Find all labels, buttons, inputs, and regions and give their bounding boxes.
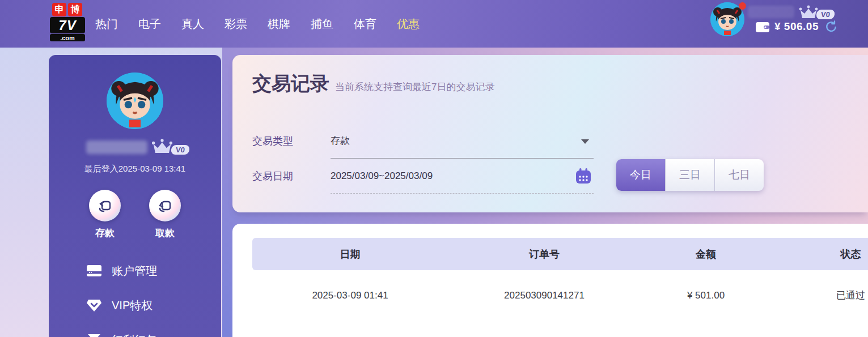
period-today-button[interactable]: 今日 — [616, 159, 665, 191]
vip-level-label: V0 — [171, 145, 190, 155]
cell-date: 2025-03-09 01:41 — [252, 279, 448, 312]
transaction-table-panel: 日期 订单号 金额 状态 2025-03-09 01:41 2025030901… — [232, 224, 868, 337]
vip-badge: V0 — [150, 138, 189, 156]
nav-item-hot[interactable]: 热门 — [95, 16, 118, 32]
refresh-balance-icon[interactable] — [825, 20, 837, 33]
transaction-date-input[interactable]: 2025/03/09~2025/03/09 — [331, 159, 594, 194]
period-7day-button[interactable]: 七日 — [714, 159, 764, 191]
top-navbar: 申 博 7V .com 热门 电子 真人 彩票 棋牌 捕鱼 体育 优惠 — [0, 0, 868, 48]
page-subtitle: 当前系统支持查询最近7日的交易记录 — [335, 80, 494, 93]
deposit-button[interactable]: 存款 — [82, 190, 128, 240]
wallet-row: ¥ 506.05 — [756, 20, 837, 33]
transaction-date-value: 2025/03/09~2025/03/09 — [331, 170, 433, 182]
menu-item-label: 红利红包 — [112, 332, 157, 337]
col-header-date: 日期 — [252, 238, 448, 270]
page-title: 交易记录 — [252, 71, 329, 97]
nav-item-lottery[interactable]: 彩票 — [225, 16, 247, 32]
logo-suffix-text: .com — [50, 34, 85, 41]
menu-item-label: 账户管理 — [112, 263, 157, 279]
main-nav-menu: 热门 电子 真人 彩票 棋牌 捕鱼 体育 优惠 — [95, 0, 420, 48]
logo-badge-2: 博 — [68, 3, 82, 16]
menu-item-label: VIP特权 — [112, 298, 153, 313]
navbar-user-area: V0 ¥ 506.05 — [698, 0, 868, 48]
logo-main-text: 7V — [50, 17, 85, 33]
username-redacted — [86, 140, 147, 154]
nav-item-slots[interactable]: 电子 — [138, 16, 161, 32]
sidebar-item-account-management[interactable]: 账户管理 — [87, 258, 211, 284]
vip-badge: V0 — [797, 5, 835, 20]
transaction-date-row: 交易日期 2025/03/09~2025/03/09 — [252, 159, 615, 194]
notification-dot — [739, 2, 746, 10]
username-redacted — [748, 6, 794, 18]
sidebar-item-bonus-redpacket[interactable]: 红利红包 — [87, 327, 211, 337]
last-login-text: 最后登入2025-03-09 13:41 — [49, 164, 221, 174]
vip-level-label: V0 — [816, 10, 835, 19]
vip-shield-icon — [87, 298, 101, 312]
sidebar-item-vip-privileges[interactable]: VIP特权 — [87, 292, 211, 318]
col-header-amount: 金额 — [641, 238, 771, 270]
nav-item-promotions[interactable]: 优惠 — [397, 16, 420, 32]
table-row: 2025-03-09 01:41 202503090141271 ¥ 501.0… — [252, 279, 868, 312]
nav-item-live[interactable]: 真人 — [181, 16, 204, 32]
withdraw-button[interactable]: 取款 — [142, 190, 188, 240]
transaction-type-select[interactable]: 存款 — [331, 123, 594, 159]
quick-actions: 存款 取款 — [49, 190, 221, 240]
avatar-image — [107, 72, 163, 129]
deposit-icon — [96, 197, 113, 214]
red-packet-icon — [87, 334, 101, 337]
transaction-type-value: 存款 — [331, 134, 350, 147]
col-header-status: 状态 — [771, 238, 868, 270]
chevron-down-icon — [581, 139, 589, 144]
cell-status: 已通过 — [771, 279, 868, 312]
deposit-label: 存款 — [82, 227, 128, 240]
period-3day-button[interactable]: 三日 — [665, 159, 714, 191]
period-button-group: 今日 三日 七日 — [616, 159, 764, 191]
sidebar: V0 最后登入2025-03-09 13:41 存款 取款 — [49, 55, 221, 337]
filter-form: 交易类型 存款 交易日期 2025/03/09~2025/03/09 — [252, 123, 615, 194]
balance-amount: ¥ 506.05 — [774, 20, 819, 33]
calendar-icon[interactable] — [574, 167, 592, 187]
site-logo[interactable]: 申 博 7V .com — [50, 3, 93, 41]
wallet-icon — [756, 21, 770, 33]
nav-item-cards[interactable]: 棋牌 — [268, 16, 290, 32]
crown-icon — [150, 138, 175, 156]
col-header-order-id: 订单号 — [448, 238, 641, 270]
transaction-type-row: 交易类型 存款 — [252, 123, 615, 159]
transaction-filter-panel: 交易记录 当前系统支持查询最近7日的交易记录 交易类型 存款 交易日期 2025… — [232, 55, 868, 212]
withdraw-label: 取款 — [142, 227, 188, 240]
cell-order-id: 202503090141271 — [448, 279, 641, 312]
sidebar-avatar[interactable] — [107, 72, 163, 129]
nav-item-fishing[interactable]: 捕鱼 — [311, 16, 333, 32]
transaction-type-label: 交易类型 — [252, 134, 331, 148]
withdraw-icon — [156, 197, 173, 214]
transaction-table: 日期 订单号 金额 状态 2025-03-09 01:41 2025030901… — [252, 238, 868, 312]
bank-card-icon — [87, 265, 101, 276]
logo-badge-1: 申 — [52, 3, 66, 16]
sidebar-menu: 账户管理 VIP特权 红利红包 — [87, 258, 211, 337]
transaction-date-label: 交易日期 — [252, 169, 331, 183]
nav-item-sports[interactable]: 体育 — [354, 16, 376, 32]
cell-amount: ¥ 501.00 — [641, 279, 771, 312]
table-header-row: 日期 订单号 金额 状态 — [252, 238, 868, 270]
